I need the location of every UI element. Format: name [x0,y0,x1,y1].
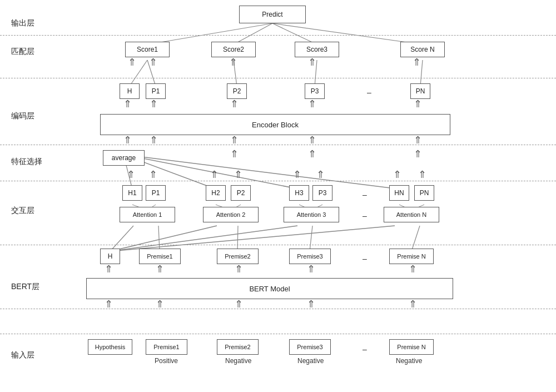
H-bert-box: H [100,249,120,264]
dash-int: – [363,190,367,199]
P2-int-box: P2 [231,185,251,201]
premise2-bert-box: Premise2 [217,249,259,264]
label-bert: BERT层 [11,282,39,292]
arrow-P1-bert: ⇑ [156,264,164,274]
premise1-bert-box: Premise1 [139,249,181,264]
arrow-P3int-up: ⇑ [316,170,325,180]
arrow-feat-P3: ⇑ [308,149,316,159]
divider-interaction [0,245,556,245]
premise1-in-box: Premise1 [146,339,187,355]
hypothesis-in-box: Hypothesis [88,339,132,355]
svg-line-12 [123,155,399,189]
H-enc-box: H [120,83,140,99]
label-input: 输入层 [11,350,34,360]
arrow-score3: ⇑ [308,57,316,67]
H2-box: H2 [206,185,226,201]
arrow-H3-up: ⇑ [293,170,301,180]
label-positive: Positive [155,357,178,365]
attention1-box: Attention 1 [120,207,175,222]
premiseN-in-box: Premise N [389,339,434,355]
dash-bert: – [363,254,367,263]
arrow-H1-up: ⇑ [127,170,135,180]
arrow-score1-right: ⇑ [149,57,157,67]
arrow-P1-in: ⇑ [156,299,164,309]
arrow-PNint-up: ⇑ [418,170,426,180]
arrow-enc-out-P3: ⇑ [308,135,316,145]
svg-line-27 [310,226,312,251]
arrow-enc-out-P1: ⇑ [150,135,158,145]
label-negative2: Negative [297,357,324,365]
arrow-P3-bert: ⇑ [307,264,315,274]
arrow-HN-up: ⇑ [393,170,401,180]
arrow-H2-up: ⇑ [210,170,219,180]
arrow-enc-out-PN: ⇑ [414,135,422,145]
svg-line-28 [411,226,420,251]
premise3-in-box: Premise3 [289,339,331,355]
dash-in: – [363,345,367,354]
arrow-score2: ⇑ [229,57,237,67]
arrow-P1int-up: ⇑ [149,170,157,180]
premiseN-bert-box: Premise N [389,249,434,264]
arrow-P1-enc: ⇑ [150,99,158,109]
predict-box: Predict [239,6,306,23]
average-box: average [103,150,145,166]
arrow-P2-in: ⇑ [235,299,243,309]
premise2-in-box: Premise2 [217,339,259,355]
label-negative1: Negative [225,357,251,365]
arrow-H-enc: ⇑ [123,99,132,109]
svg-line-24 [110,226,395,251]
arrow-PN-bert: ⇑ [409,264,417,274]
PN-int-box: PN [414,185,434,201]
label-negative3: Negative [396,357,422,365]
arrow-feat-PN: ⇑ [414,149,422,159]
arrow-PN-enc: ⇑ [414,99,422,109]
score3-box: Score3 [295,42,339,57]
dash-enc: – [367,88,371,97]
svg-line-26 [237,226,238,251]
PN-enc-box: PN [410,83,430,99]
divider-output [0,35,556,36]
label-interaction: 交互层 [11,206,34,216]
arrow-feat-P2: ⇑ [230,149,239,159]
label-encoding: 编码层 [11,111,34,121]
score1-box: Score1 [125,42,170,57]
P3-enc-box: P3 [305,83,325,99]
divider-input-top [0,334,556,334]
arrow-P2-enc: ⇑ [230,99,239,109]
divider-matching [0,78,556,78]
attention2-box: Attention 2 [203,207,259,222]
arrow-score1-left: ⇑ [128,57,136,67]
arrow-PN-in: ⇑ [409,299,417,309]
diagram: 输出层 匹配层 编码层 特征选择 交互层 BERT层 输入层 Predict S… [0,0,556,392]
P1-int-box: P1 [146,185,166,201]
divider-bert [0,309,556,309]
dash-attn: – [363,211,367,220]
premise3-bert-box: Premise3 [289,249,331,264]
label-output: 输出层 [11,18,34,28]
scoreN-box: Score N [400,42,445,57]
bert-model-box: BERT Model [86,278,453,299]
divider-feature [0,181,556,181]
H1-box: H1 [122,185,142,201]
label-feature: 特征选择 [11,157,42,167]
svg-line-21 [110,226,133,251]
divider-encoding [0,145,556,145]
attentionN-box: Attention N [384,207,439,222]
arrow-P2int-up: ⇑ [234,170,242,180]
P3-int-box: P3 [312,185,332,201]
P1-enc-box: P1 [146,83,166,99]
arrow-enc-out-P2: ⇑ [230,135,239,145]
label-matching: 匹配层 [11,47,34,57]
arrow-P3-in: ⇑ [307,299,315,309]
arrow-scoreN: ⇑ [413,57,421,67]
score2-box: Score2 [211,42,256,57]
svg-line-22 [110,226,217,251]
encoder-block: Encoder Block [100,114,450,135]
P2-enc-box: P2 [227,83,247,99]
arrow-P3-enc: ⇑ [308,99,316,109]
attention3-box: Attention 3 [284,207,339,222]
arrow-enc-out-H: ⇑ [123,135,132,145]
arrow-H-bert: ⇑ [105,264,113,274]
arrow-P2-bert: ⇑ [235,264,243,274]
arrow-H-in: ⇑ [105,299,113,309]
